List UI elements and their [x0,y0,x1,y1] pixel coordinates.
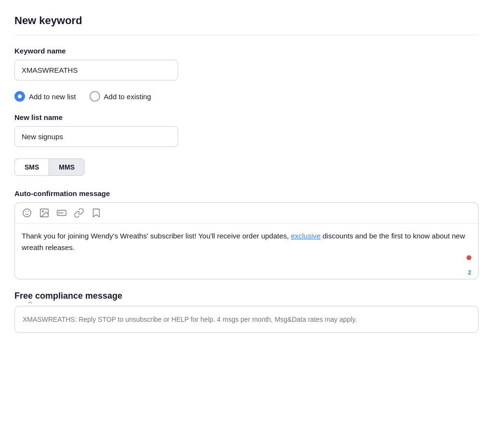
compliance-box: ⌃ XMASWREATHS: Reply STOP to unsubscribe… [14,306,479,333]
message-editor[interactable]: Thank you for joining Wendy's Wreaths' s… [14,202,479,279]
page-title: New keyword [14,14,479,35]
new-list-name-input[interactable] [14,126,178,147]
editor-body[interactable]: Thank you for joining Wendy's Wreaths' s… [15,224,478,267]
svg-point-4 [42,211,43,212]
emoji-icon[interactable] [22,208,32,218]
auto-confirm-label: Auto-confirmation message [14,189,479,198]
sms-button[interactable]: SMS [14,158,49,176]
keyword-name-input[interactable] [14,60,178,80]
radio-add-to-new-list[interactable]: Add to new list [14,91,76,102]
image-icon[interactable] [39,208,50,218]
radio-add-to-existing[interactable]: Add to existing [90,91,151,102]
radio-existing-list-label: Add to existing [104,92,151,101]
char-count: 2 [15,267,478,279]
radio-existing-list-indicator [90,91,100,102]
compliance-label: Free compliance message [14,291,479,301]
keyword-name-section: Keyword name [14,47,479,80]
svg-point-0 [23,209,31,217]
red-dot-indicator [467,255,471,260]
bookmark-icon[interactable] [91,208,102,218]
compliance-section: Free compliance message ⌃ XMASWREATHS: R… [14,291,479,333]
radio-new-list-label: Add to new list [29,92,76,101]
mms-button[interactable]: MMS [49,158,85,176]
list-type-radio-group: Add to new list Add to existing [14,91,479,102]
editor-toolbar [15,203,478,224]
compliance-chevron-icon: ⌃ [26,301,34,309]
radio-new-list-indicator [14,91,25,102]
editor-text-before-link: Thank you for joining Wendy's Wreaths' s… [22,232,291,240]
editor-link-text: exclusive [291,232,321,240]
keyword-name-label: Keyword name [14,47,479,55]
new-list-name-label: New list name [14,113,479,121]
link-icon[interactable] [74,208,84,218]
input-field-icon[interactable] [56,208,67,218]
new-list-name-section: New list name [14,113,479,147]
auto-confirm-section: Auto-confirmation message [14,189,479,279]
compliance-text: XMASWREATHS: Reply STOP to unsubscribe o… [23,314,470,325]
message-type-toggle: SMS MMS [14,158,479,176]
